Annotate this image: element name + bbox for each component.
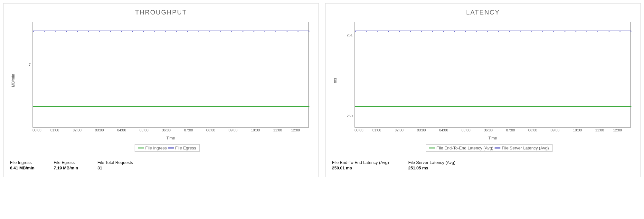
plot-area	[355, 22, 631, 128]
chart-legend: File End-To-End Latency (Avg) File Serve…	[344, 144, 634, 152]
dashboard: THROUGHPUT MB/min 7 00:0001:0002:0003:00…	[3, 3, 641, 177]
series-e2e-latency	[355, 106, 630, 107]
legend-swatch-icon	[168, 148, 174, 148]
stat-label: File Egress	[54, 160, 78, 165]
x-tick: 01:00	[372, 128, 381, 134]
x-tick: 07:00	[506, 128, 515, 134]
x-tick: 11:00	[273, 128, 282, 134]
stat-block: File Total Requests 31	[98, 160, 133, 170]
x-axis-label: Time	[33, 136, 309, 140]
x-tick: 00:00	[355, 128, 364, 134]
x-axis-ticks: 00:0001:0002:0003:0004:0005:0006:0007:00…	[355, 128, 631, 134]
x-axis-ticks: 00:0001:0002:0003:0004:0005:0006:0007:00…	[33, 128, 309, 134]
stat-block: File Ingress 6.41 MB/min	[10, 160, 34, 170]
x-tick: 01:00	[50, 128, 59, 134]
stats-row: File Ingress 6.41 MB/min File Egress 7.1…	[10, 160, 312, 170]
x-axis-label: Time	[355, 136, 631, 140]
x-tick: 10:00	[251, 128, 260, 134]
panel-title: THROUGHPUT	[10, 9, 312, 16]
legend-item: File Egress	[168, 146, 196, 150]
y-tick: 7	[29, 63, 33, 67]
stat-block: File End-To-End Latency (Avg) 250.01 ms	[332, 160, 389, 170]
legend-swatch-icon	[495, 148, 500, 148]
stat-value: 31	[98, 166, 133, 170]
chart-latency: ms 251 250 00:0001:0002:0003:0004:0005:0…	[344, 19, 634, 142]
x-tick: 12:00	[291, 128, 300, 134]
x-tick: 02:00	[73, 128, 82, 134]
stat-label: File Total Requests	[98, 160, 133, 165]
legend-swatch-icon	[429, 148, 435, 148]
stat-label: File Server Latency (Avg)	[408, 160, 455, 165]
series-server-latency	[355, 31, 630, 31]
stat-value: 251.05 ms	[408, 166, 455, 170]
legend-item: File Server Latency (Avg)	[495, 146, 549, 150]
x-tick: 04:00	[117, 128, 126, 134]
x-tick: 09:00	[551, 128, 560, 134]
x-tick: 00:00	[33, 128, 42, 134]
y-tick: 250	[347, 114, 355, 118]
legend-label: File Ingress	[145, 146, 167, 150]
legend-label: File End-To-End Latency (Avg)	[436, 146, 493, 150]
x-tick: 05:00	[139, 128, 148, 134]
stat-value: 6.41 MB/min	[10, 166, 34, 170]
legend-label: File Egress	[175, 146, 196, 150]
y-tick: 251	[347, 33, 355, 37]
x-tick: 11:00	[595, 128, 604, 134]
legend-item: File End-To-End Latency (Avg)	[429, 146, 493, 150]
x-tick: 05:00	[461, 128, 470, 134]
chart-throughput: MB/min 7 00:0001:0002:0003:0004:0005:000…	[22, 19, 312, 142]
x-tick: 06:00	[484, 128, 493, 134]
x-tick: 08:00	[528, 128, 537, 134]
legend-label: File Server Latency (Avg)	[502, 146, 549, 150]
x-tick: 03:00	[417, 128, 426, 134]
legend-box: File End-To-End Latency (Avg) File Serve…	[426, 144, 552, 152]
x-tick: 03:00	[95, 128, 104, 134]
series-file-ingress	[33, 106, 308, 107]
panel-latency: LATENCY ms 251 250 00:0001:0002:0003:000…	[325, 3, 641, 177]
chart-legend: File Ingress File Egress	[22, 144, 312, 152]
stat-label: File End-To-End Latency (Avg)	[332, 160, 389, 165]
x-tick: 04:00	[439, 128, 448, 134]
stat-value: 250.01 ms	[332, 166, 389, 170]
stat-label: File Ingress	[10, 160, 34, 165]
stats-row: File End-To-End Latency (Avg) 250.01 ms …	[332, 160, 634, 170]
legend-box: File Ingress File Egress	[135, 144, 200, 152]
x-tick: 02:00	[395, 128, 404, 134]
stat-block: File Egress 7.19 MB/min	[54, 160, 78, 170]
stat-block: File Server Latency (Avg) 251.05 ms	[408, 160, 455, 170]
x-tick: 08:00	[206, 128, 215, 134]
legend-item: File Ingress	[138, 146, 167, 150]
x-tick: 10:00	[573, 128, 582, 134]
series-file-egress	[33, 31, 308, 31]
panel-throughput: THROUGHPUT MB/min 7 00:0001:0002:0003:00…	[3, 3, 319, 177]
y-axis-label: ms	[333, 78, 337, 83]
x-tick: 06:00	[162, 128, 171, 134]
x-tick: 09:00	[229, 128, 238, 134]
legend-swatch-icon	[138, 148, 144, 148]
x-tick: 12:00	[613, 128, 622, 134]
x-tick: 07:00	[184, 128, 193, 134]
plot-area	[33, 22, 309, 128]
stat-value: 7.19 MB/min	[54, 166, 78, 170]
panel-title: LATENCY	[332, 9, 634, 16]
y-axis-label: MB/min	[11, 74, 15, 87]
